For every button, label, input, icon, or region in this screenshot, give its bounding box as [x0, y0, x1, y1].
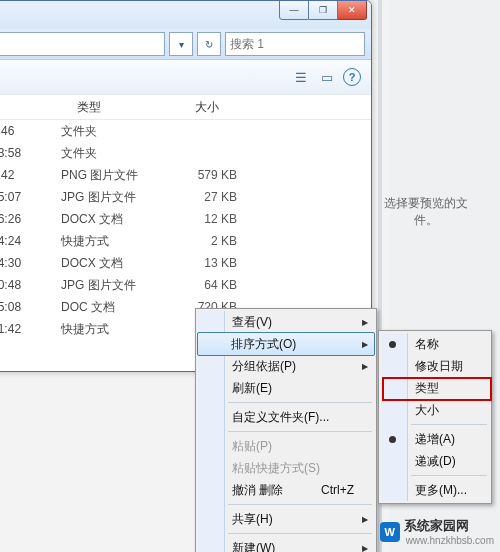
- menu-label: 类型: [415, 380, 439, 397]
- cell-size: 12 KB: [171, 212, 251, 226]
- menu-label: 大小: [415, 402, 439, 419]
- menu-shortcut: Ctrl+Z: [321, 483, 354, 497]
- menu-label: 名称: [415, 336, 439, 353]
- sort-submenu: 名称 修改日期 类型 大小 递增(A) 递减(D) 更多(M)...: [378, 330, 492, 504]
- command-bar: ☰ ▭ ?: [0, 60, 371, 95]
- menu-label: 递增(A): [415, 431, 455, 448]
- preview-empty-text: 选择要预览的文件。: [378, 195, 474, 229]
- close-button[interactable]: ✕: [338, 0, 367, 20]
- cell-type: 文件夹: [61, 123, 171, 140]
- cell-date: /5/24 13:58: [0, 146, 61, 160]
- menu-paste-shortcut: 粘贴快捷方式(S): [198, 457, 374, 479]
- sort-asc[interactable]: 递增(A): [381, 428, 489, 450]
- cell-type: 文件夹: [61, 145, 171, 162]
- sort-more[interactable]: 更多(M)...: [381, 479, 489, 501]
- menu-sort[interactable]: 排序方式(O): [197, 332, 375, 356]
- menu-label: 更多(M)...: [415, 482, 467, 499]
- radio-icon: [389, 436, 396, 443]
- menu-separator: [228, 431, 372, 432]
- col-size[interactable]: 大小: [187, 95, 275, 119]
- cell-date: /5/31 15:08: [0, 300, 61, 314]
- cell-size: 27 KB: [171, 190, 251, 204]
- cell-date: /4/26 15:07: [0, 190, 61, 204]
- menu-separator: [228, 533, 372, 534]
- titlebar[interactable]: — ❐ ✕: [0, 1, 371, 29]
- menu-label: 分组依据(P): [232, 358, 296, 375]
- context-menu: 查看(V) 排序方式(O) 分组依据(P) 刷新(E) 自定义文件夹(F)...…: [195, 308, 377, 552]
- cell-type: DOCX 文档: [61, 255, 171, 272]
- table-row[interactable]: /5/24 13:58文件夹: [0, 142, 371, 164]
- watermark-text: 系统家园网 www.hnzkhbsb.com: [404, 517, 494, 546]
- cell-date: /5/31 16:26: [0, 212, 61, 226]
- refresh-icon[interactable]: ↻: [197, 32, 221, 56]
- menu-refresh[interactable]: 刷新(E): [198, 377, 374, 399]
- cell-date: /5/19 11:42: [0, 322, 61, 336]
- address-bar: ▾ ↻ 搜索 1: [0, 29, 371, 60]
- cell-date: /5/27 10:48: [0, 278, 61, 292]
- table-row[interactable]: /5/31 16:26DOCX 文档12 KB: [0, 208, 371, 230]
- menu-view[interactable]: 查看(V): [198, 311, 374, 333]
- preview-pane: 选择要预览的文件。: [378, 62, 474, 362]
- sort-date[interactable]: 修改日期: [381, 355, 489, 377]
- cell-type: PNG 图片文件: [61, 167, 171, 184]
- cell-date: /6/2 13:46: [0, 124, 61, 138]
- cell-size: 579 KB: [171, 168, 251, 182]
- cell-size: 2 KB: [171, 234, 251, 248]
- table-row[interactable]: /4/26 14:30DOCX 文档13 KB: [0, 252, 371, 274]
- table-row[interactable]: /6/2 13:46文件夹: [0, 120, 371, 142]
- menu-separator: [411, 475, 487, 476]
- table-row[interactable]: /5/27 10:48JPG 图片文件64 KB: [0, 274, 371, 296]
- maximize-button[interactable]: ❐: [309, 0, 338, 20]
- screenshot-canvas: — ❐ ✕ ▾ ↻ 搜索 1 ☰ ▭ ? 日期 类型 大小 /6/2 13:46…: [0, 0, 500, 552]
- cell-size: 64 KB: [171, 278, 251, 292]
- search-input[interactable]: 搜索 1: [225, 32, 365, 56]
- menu-label: 递减(D): [415, 453, 456, 470]
- menu-undo-delete[interactable]: 撤消 删除Ctrl+Z: [198, 479, 374, 501]
- cell-date: /5/10 14:24: [0, 234, 61, 248]
- address-dropdown-icon[interactable]: ▾: [169, 32, 193, 56]
- cell-type: DOC 文档: [61, 299, 171, 316]
- menu-label: 共享(H): [232, 511, 273, 528]
- table-row[interactable]: /4/26 15:07JPG 图片文件27 KB: [0, 186, 371, 208]
- view-options-icon[interactable]: ☰: [291, 67, 311, 87]
- search-placeholder: 搜索 1: [230, 36, 264, 53]
- watermark-logo-icon: W: [380, 522, 400, 542]
- menu-label: 修改日期: [415, 358, 463, 375]
- minimize-button[interactable]: —: [279, 0, 309, 20]
- column-headers[interactable]: 日期 类型 大小: [0, 95, 371, 120]
- menu-customize[interactable]: 自定义文件夹(F)...: [198, 406, 374, 428]
- menu-label: 自定义文件夹(F)...: [232, 409, 329, 426]
- cell-type: 快捷方式: [61, 233, 171, 250]
- sort-type[interactable]: 类型: [381, 377, 489, 399]
- watermark: W 系统家园网 www.hnzkhbsb.com: [380, 517, 494, 546]
- menu-share[interactable]: 共享(H): [198, 508, 374, 530]
- menu-label: 粘贴快捷方式(S): [232, 460, 320, 477]
- watermark-url: www.hnzkhbsb.com: [406, 535, 494, 546]
- menu-group[interactable]: 分组依据(P): [198, 355, 374, 377]
- table-row[interactable]: /7/6 15:42PNG 图片文件579 KB: [0, 164, 371, 186]
- cell-type: 快捷方式: [61, 321, 171, 338]
- menu-separator: [411, 424, 487, 425]
- menu-paste: 粘贴(P): [198, 435, 374, 457]
- help-icon[interactable]: ?: [343, 68, 361, 86]
- menu-label: 刷新(E): [232, 380, 272, 397]
- file-list[interactable]: /6/2 13:46文件夹 /5/24 13:58文件夹 /7/6 15:42P…: [0, 120, 371, 340]
- window-buttons: — ❐ ✕: [279, 0, 367, 20]
- breadcrumb-box[interactable]: [0, 32, 165, 56]
- menu-label: 排序方式(O): [231, 336, 296, 353]
- sort-size[interactable]: 大小: [381, 399, 489, 421]
- menu-label: 查看(V): [232, 314, 272, 331]
- preview-pane-icon[interactable]: ▭: [317, 67, 337, 87]
- cell-size: 13 KB: [171, 256, 251, 270]
- watermark-brand: 系统家园网: [404, 517, 494, 535]
- menu-separator: [228, 402, 372, 403]
- sort-name[interactable]: 名称: [381, 333, 489, 355]
- cell-type: JPG 图片文件: [61, 189, 171, 206]
- sort-desc[interactable]: 递减(D): [381, 450, 489, 472]
- col-type[interactable]: 类型: [69, 95, 187, 119]
- table-row[interactable]: /5/10 14:24快捷方式2 KB: [0, 230, 371, 252]
- menu-label: 新建(W): [232, 540, 275, 553]
- cell-date: /4/26 14:30: [0, 256, 61, 270]
- menu-new[interactable]: 新建(W): [198, 537, 374, 552]
- col-date[interactable]: 日期: [0, 95, 69, 119]
